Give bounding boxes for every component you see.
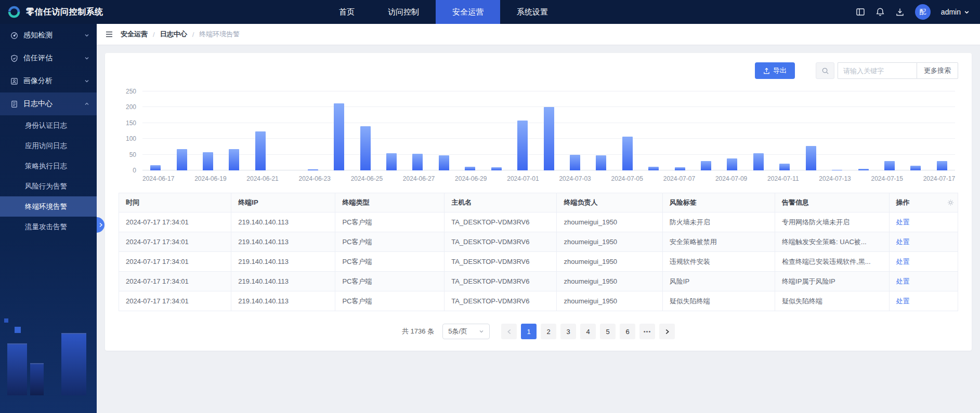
cell-time: 2024-07-17 17:34:01 [119, 291, 231, 311]
breadcrumb-separator: / [192, 31, 194, 38]
topbar: 零信任访问控制系统 首页访问控制安全运营系统设置 配 admin [0, 0, 980, 24]
chevron-icon [84, 78, 89, 84]
chevron-icon [84, 101, 89, 106]
dispose-link[interactable]: 处置 [896, 258, 910, 265]
page-button-3[interactable]: 3 [560, 324, 576, 339]
breadcrumb-item-1[interactable]: 安全运营 [121, 30, 148, 39]
chart-bar [360, 126, 371, 170]
cell-time: 2024-07-17 17:34:01 [119, 272, 231, 291]
top-nav: 首页访问控制安全运营系统设置 [322, 0, 565, 24]
main-card: 导出 更多搜索 050100150200250 [105, 53, 972, 351]
x-tick-label [487, 175, 507, 182]
toolbar: 导出 更多搜索 [119, 62, 958, 79]
breadcrumb-item-2[interactable]: 日志中心 [160, 30, 187, 39]
sidebar-subitem-identity-auth-log[interactable]: 身份认证日志 [0, 115, 97, 136]
y-tick-label: 50 [129, 151, 136, 158]
more-pages-button[interactable]: ••• [639, 324, 655, 339]
cell-owner: zhoumeigui_1950 [557, 252, 662, 272]
sidebar-item-trust-evaluation[interactable]: 信任评估 [0, 47, 97, 70]
sidebar-item-perception-detection[interactable]: 感知检测 [0, 24, 97, 47]
column-header: 终端IP [231, 193, 335, 212]
cell-alert: 终端IP属于风险IP [775, 272, 890, 291]
sidebar-item-log-center[interactable]: 日志中心 [0, 92, 97, 115]
sidebar-subitem-risk-behavior-alert[interactable]: 风险行为告警 [0, 176, 97, 196]
bell-icon[interactable] [876, 7, 885, 17]
chart-bar [570, 155, 580, 170]
cell-type: PC客户端 [335, 212, 445, 232]
x-tick-label: 2024-06-23 [299, 175, 331, 182]
page-button-2[interactable]: 2 [541, 324, 556, 339]
cell-alert: 疑似失陷终端 [775, 291, 890, 311]
cell-owner: zhoumeigui_1950 [557, 291, 662, 311]
logo-wrap: 零信任访问控制系统 [0, 5, 172, 19]
column-settings-icon[interactable] [947, 199, 954, 206]
chart-bar [465, 167, 475, 170]
prev-page-button[interactable] [501, 324, 517, 339]
page-button-1[interactable]: 1 [521, 324, 537, 339]
cell-ip: 219.140.140.113 [231, 272, 335, 291]
layout-panel-icon[interactable] [856, 7, 865, 17]
x-tick-label [643, 175, 663, 182]
user-menu[interactable]: admin [941, 8, 970, 16]
table-row: 2024-07-17 17:34:01219.140.140.113PC客户端T… [119, 252, 958, 272]
panel-collapse-handle[interactable] [97, 217, 104, 233]
sidebar-item-label: 信任评估 [23, 54, 84, 63]
chart-bar [701, 161, 711, 170]
cell-host: TA_DESKTOP-VDM3RV6 [445, 291, 557, 311]
x-tick-label: 2024-07-03 [559, 175, 591, 182]
sidebar-subitem-terminal-env-alert[interactable]: 终端环境告警 [0, 196, 97, 217]
search-input[interactable] [838, 62, 917, 79]
page-size-select[interactable]: 5条/页 [442, 324, 490, 339]
x-tick-label [331, 175, 351, 182]
y-tick-label: 150 [126, 119, 136, 127]
sidebar-subitem-policy-execution-log[interactable]: 策略执行日志 [0, 156, 97, 176]
cell-type: PC客户端 [335, 291, 445, 311]
x-tick-label [851, 175, 871, 182]
x-tick-label: 2024-06-17 [142, 175, 174, 182]
export-button[interactable]: 导出 [755, 62, 795, 79]
y-tick-label: 100 [126, 135, 136, 142]
dispose-link[interactable]: 处置 [896, 297, 910, 305]
next-page-button[interactable] [659, 324, 675, 339]
download-icon[interactable] [895, 7, 905, 17]
cell-alert: 专用网络防火墙未开启 [775, 212, 890, 232]
x-tick-label [227, 175, 247, 182]
sidebar-subitem-app-access-log[interactable]: 应用访问日志 [0, 136, 97, 156]
sidebar-item-profile-analysis[interactable]: 画像分析 [0, 70, 97, 92]
nav-item-home[interactable]: 首页 [322, 0, 371, 24]
chart-bar [491, 167, 502, 170]
x-tick-label: 2024-06-27 [403, 175, 435, 182]
chart-bar [177, 149, 187, 170]
cell-ip: 219.140.140.113 [231, 232, 335, 252]
avatar[interactable]: 配 [915, 4, 931, 20]
dispose-link[interactable]: 处置 [896, 277, 910, 285]
dispose-link[interactable]: 处置 [896, 238, 910, 246]
cell-risk: 安全策略被禁用 [662, 232, 775, 252]
pagination: 共 1736 条 5条/页 123456 ••• [119, 324, 958, 339]
nav-item-security-operations[interactable]: 安全运营 [436, 0, 500, 24]
page-button-4[interactable]: 4 [580, 324, 596, 339]
cell-host: TA_DESKTOP-VDM3RV6 [445, 232, 557, 252]
cell-ip: 219.140.140.113 [231, 212, 335, 232]
search-icon[interactable] [816, 62, 834, 79]
shield-icon [10, 55, 18, 62]
app-title: 零信任访问控制系统 [26, 7, 103, 18]
page-button-5[interactable]: 5 [600, 324, 616, 339]
nav-item-access-control[interactable]: 访问控制 [371, 0, 436, 24]
nav-item-system-settings[interactable]: 系统设置 [500, 0, 565, 24]
more-search-button[interactable]: 更多搜索 [917, 62, 958, 79]
breadcrumb-item-current: 终端环境告警 [199, 30, 240, 39]
breadcrumb-separator: / [153, 31, 155, 38]
table-row: 2024-07-17 17:34:01219.140.140.113PC客户端T… [119, 232, 958, 252]
x-tick-label [747, 175, 767, 182]
total-count: 共 1736 条 [402, 327, 434, 336]
page-button-6[interactable]: 6 [620, 324, 635, 339]
y-tick-label: 200 [126, 103, 136, 111]
dispose-link[interactable]: 处置 [896, 218, 910, 226]
sidebar-toggle-icon[interactable] [105, 30, 113, 38]
chart-bar [596, 155, 606, 170]
chart-y-axis: 050100150200250 [119, 91, 142, 170]
x-tick-label: 2024-07-07 [663, 175, 695, 182]
chart-bar [334, 103, 344, 170]
sidebar-subitem-traffic-attack-alert[interactable]: 流量攻击告警 [0, 217, 97, 237]
